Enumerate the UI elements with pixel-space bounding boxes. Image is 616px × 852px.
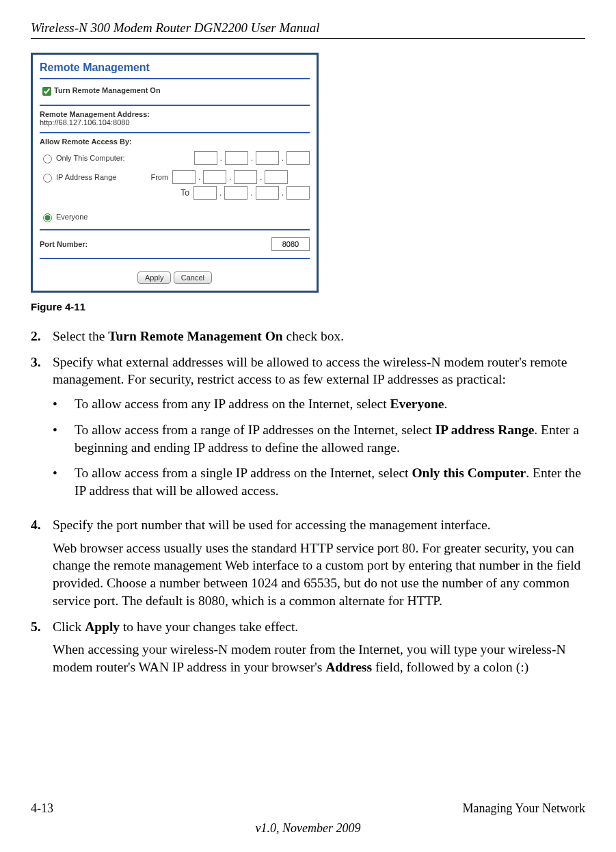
dot: . [280,154,285,162]
footer: 4-13 Managing Your Network v1.0, Novembe… [31,801,585,836]
text: To allow access from any IP address on t… [75,397,390,411]
step-number: 2. [31,328,53,345]
ip-octet-input[interactable] [286,151,310,165]
step-paragraph: When accessing your wireless-N modem rou… [53,641,585,676]
allow-access-label: Allow Remote Access By: [40,137,310,148]
bold-text: Address [325,660,372,674]
panel-divider [40,229,310,230]
remote-management-screenshot: Remote Management Turn Remote Management… [31,53,319,293]
panel-divider [40,132,310,133]
everyone-label: Everyone [56,213,88,221]
step-text: Specify what external addresses will be … [53,354,585,508]
text: To allow access from a single IP address… [75,466,412,480]
dot: . [197,173,202,181]
text: Specify what external addresses will be … [53,355,567,387]
steps-list: 2. Select the Turn Remote Management On … [31,328,585,676]
bullet-dot: • [53,395,75,413]
port-label: Port Number: [40,240,88,248]
only-this-computer-label: Only This Computer: [56,154,125,162]
port-input[interactable] [271,237,310,251]
page-number: 4-13 [31,801,53,816]
step-text: Click Apply to have your changes take ef… [53,618,585,676]
turn-remote-on-checkbox[interactable] [42,87,51,96]
dot: . [250,154,254,162]
enable-checkbox-row: Turn Remote Management On [40,79,310,101]
ip-octet-input[interactable] [203,170,226,184]
everyone-row: Everyone [40,202,310,225]
bullet-dot: • [53,421,75,456]
step-paragraph: Web browser access usually uses the stan… [53,540,585,610]
footer-version: v1.0, November 2009 [31,821,585,836]
ip-range-label: IP Address Range [56,173,116,181]
ip-range-row: IP Address Range From . . . [40,168,310,184]
text: check box. [283,329,344,343]
ip-range-to-row: To . . . [40,184,310,202]
only-this-computer-row: Only This Computer: . . . [40,148,310,168]
step-5: 5. Click Apply to have your changes take… [31,618,585,676]
ip-octet-input[interactable] [234,170,257,184]
dot: . [228,173,232,181]
ip-octet-input[interactable] [224,186,247,200]
ip-octet-input[interactable] [256,151,279,165]
panel-title: Remote Management [40,59,310,79]
step-number: 5. [31,618,53,676]
ip-octet-input[interactable] [256,186,279,200]
ip-octet-input[interactable] [172,170,196,184]
button-row: Apply Cancel [40,263,310,284]
header-rule [31,38,585,39]
figure-label: Figure 4-11 [31,301,585,312]
step-number: 3. [31,354,53,508]
apply-button[interactable]: Apply [137,271,172,284]
step-3: 3. Specify what external addresses will … [31,354,585,508]
ip-octet-input[interactable] [265,170,288,184]
dot: . [258,173,263,181]
bullet-text: To allow access from a single IP address… [75,464,585,499]
header-title: Wireless-N 300 Modem Router DGN2200 User… [31,21,585,36]
dot: . [219,154,224,162]
checkbox-label: Turn Remote Management On [54,86,161,94]
footer-right: Managing Your Network [463,801,586,816]
panel-divider [40,105,310,106]
bullet-item: •To allow access from a single IP addres… [53,464,585,499]
ip-range-radio[interactable] [43,174,52,183]
from-label: From [150,173,168,181]
address-value: http://68.127.106.104:8080 [40,118,310,128]
bold-text: IP address Range [435,423,534,437]
cancel-button[interactable]: Cancel [174,271,212,284]
bold-text: Only this Computer [412,466,526,480]
bullet-text: To allow access from any IP address on t… [75,395,447,413]
bold-text: Apply [85,620,120,634]
bullet-list: •To allow access from any IP address on … [53,395,585,500]
address-label: Remote Management Address: [40,110,310,118]
dot: . [218,188,223,198]
bold-text: Everyone [390,397,444,411]
text: to have your changes take effect. [120,620,298,634]
ip-octet-input[interactable] [193,186,217,200]
step-4: 4. Specify the port number that will be … [31,516,585,610]
text: . [444,397,448,411]
ip-octet-input[interactable] [194,151,217,165]
bullet-item: •To allow access from a range of IP addr… [53,421,585,456]
step-number: 4. [31,516,53,610]
panel-divider [40,258,310,259]
step-text: Specify the port number that will be use… [53,516,585,610]
bullet-text: To allow access from a range of IP addre… [75,421,585,456]
text: Specify the port number that will be use… [53,518,491,532]
to-label: To [180,188,189,198]
everyone-radio[interactable] [43,213,52,222]
text: field, followed by a colon (:) [372,660,528,674]
ip-octet-input[interactable] [225,151,248,165]
port-row: Port Number: [40,235,310,254]
text: Select the [53,329,108,343]
only-this-computer-radio[interactable] [43,155,52,163]
step-2: 2. Select the Turn Remote Management On … [31,328,585,345]
dot: . [280,188,285,198]
ip-octet-input[interactable] [286,186,310,200]
bullet-item: •To allow access from any IP address on … [53,395,585,413]
dot: . [249,188,254,198]
bold-text: Turn Remote Management On [108,329,282,343]
bullet-dot: • [53,464,75,499]
text: To allow access from a range of IP addre… [75,423,435,437]
text: Click [53,620,85,634]
step-text: Select the Turn Remote Management On che… [53,328,585,345]
